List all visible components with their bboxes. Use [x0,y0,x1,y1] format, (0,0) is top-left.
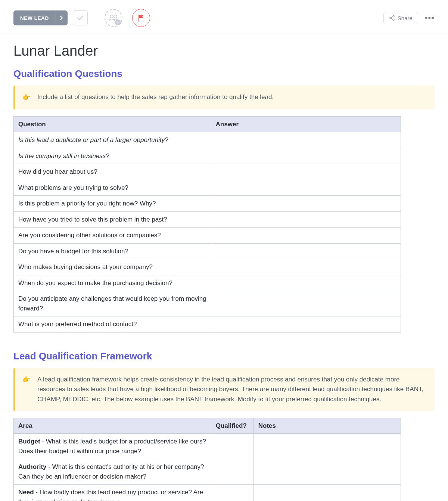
share-icon [389,15,395,21]
question-cell[interactable]: What problems are you trying to solve? [14,180,211,196]
chevron-right-icon [60,16,63,20]
answer-cell[interactable] [211,180,401,196]
notes-cell[interactable] [253,434,401,459]
table-header-notes: Notes [253,418,401,434]
plus-icon: + [115,19,121,25]
table-row[interactable]: How have you tried to solve this problem… [14,211,401,228]
framework-table[interactable]: Area Qualified? Notes Budget - What is t… [13,418,401,501]
svg-line-6 [391,18,393,19]
assign-button[interactable]: + [105,9,122,27]
area-term: Budget [18,438,40,445]
answer-cell[interactable] [211,196,401,212]
table-row[interactable]: Need - How badly does this lead need my … [14,485,401,501]
svg-point-0 [110,15,113,18]
table-row[interactable]: Do you anticipate any challenges that wo… [14,291,401,316]
qualified-cell[interactable] [211,459,253,485]
table-row[interactable]: Budget - What is this lead's budget for … [14,434,401,459]
share-label: Share [398,15,413,21]
callout-framework[interactable]: 👉 A lead qualification framework helps c… [13,368,435,411]
table-header-area: Area [14,418,211,434]
check-icon [77,15,84,21]
question-cell[interactable]: Do you anticipate any challenges that wo… [14,291,211,316]
table-row[interactable]: Who makes buying decisions at your compa… [14,259,401,275]
status-button[interactable]: NEW LEAD [13,10,68,25]
svg-line-5 [391,16,393,18]
table-header-qualified: Qualified? [211,418,253,434]
area-desc: - What is this contact's authority at hi… [18,463,204,480]
svg-point-4 [393,19,394,21]
table-row[interactable]: When do you expect to make the purchasin… [14,275,401,291]
question-cell[interactable]: Is this problem a priority for you right… [14,196,211,212]
section-title-lead-framework[interactable]: Lead Qualification Framework [13,350,435,362]
priority-button[interactable] [132,9,150,27]
question-cell[interactable]: When do you expect to make the purchasin… [14,275,211,291]
answer-cell[interactable] [211,316,401,333]
table-header-answer: Answer [211,116,401,132]
answer-cell[interactable] [211,148,401,164]
answer-cell[interactable] [211,132,401,148]
table-row[interactable]: What problems are you trying to solve? [14,180,401,196]
question-cell[interactable]: What is your preferred method of contact… [14,316,211,333]
question-cell[interactable]: Do you have a budget for this solution? [14,243,211,259]
answer-cell[interactable] [211,211,401,228]
page-title[interactable]: Lunar Lander [13,43,435,59]
table-header-question: Question [14,116,211,132]
status-label: NEW LEAD [13,10,56,25]
table-row[interactable]: Is this problem a priority for you right… [14,196,401,212]
complete-button[interactable] [73,10,88,25]
table-row[interactable]: What is your preferred method of contact… [14,316,401,333]
area-term: Authority [18,463,47,470]
area-term: Need [18,489,34,496]
callout-qualification[interactable]: 👉 Include a list of questions to help th… [13,86,435,109]
table-row[interactable]: Is this lead a duplicate or part of a la… [14,132,401,148]
answer-cell[interactable] [211,275,401,291]
pointing-right-icon: 👉 [22,375,31,404]
question-cell[interactable]: How have you tried to solve this problem… [14,211,211,228]
answer-cell[interactable] [211,164,401,180]
qualified-cell[interactable] [211,434,253,459]
qualified-cell[interactable] [211,485,253,501]
question-cell[interactable]: Are you considering other solutions or c… [14,228,211,244]
answer-cell[interactable] [211,243,401,259]
area-desc: - How badly does this lead need my produ… [18,489,203,501]
answer-cell[interactable] [211,228,401,244]
notes-cell[interactable] [253,459,401,485]
answer-cell[interactable] [211,259,401,275]
area-cell[interactable]: Need - How badly does this lead need my … [14,485,211,501]
status-next-button[interactable] [56,10,68,25]
svg-point-1 [114,15,117,18]
callout-text: A lead qualification framework helps cre… [37,375,427,404]
svg-point-3 [393,16,394,17]
question-cell[interactable]: Who makes buying decisions at your compa… [14,259,211,275]
question-cell[interactable]: Is the company still in business? [14,148,211,164]
question-cell[interactable]: Is this lead a duplicate or part of a la… [14,132,211,148]
share-button[interactable]: Share [383,12,418,24]
notes-cell[interactable] [253,485,401,501]
answer-cell[interactable] [211,291,401,316]
area-cell[interactable]: Authority - What is this contact's autho… [14,459,211,485]
area-desc: - What is this lead's budget for a produ… [18,438,206,455]
area-cell[interactable]: Budget - What is this lead's budget for … [14,434,211,459]
table-row[interactable]: Do you have a budget for this solution? [14,243,401,259]
content: Lunar Lander Qualification Questions 👉 I… [0,34,448,501]
qualification-table[interactable]: Question Answer Is this lead a duplicate… [13,116,401,333]
table-row[interactable]: Are you considering other solutions or c… [14,228,401,244]
table-row[interactable]: Authority - What is this contact's autho… [14,459,401,485]
more-button[interactable]: ••• [425,13,435,23]
flag-icon [138,14,144,22]
table-row[interactable]: Is the company still in business? [14,148,401,164]
divider [96,13,96,23]
table-row[interactable]: How did you hear about us? [14,164,401,180]
question-cell[interactable]: How did you hear about us? [14,164,211,180]
toolbar: NEW LEAD + Share ••• [0,0,448,34]
callout-text: Include a list of questions to help the … [37,92,274,103]
section-title-qualification-questions[interactable]: Qualification Questions [13,68,435,80]
pointing-right-icon: 👉 [22,92,31,103]
